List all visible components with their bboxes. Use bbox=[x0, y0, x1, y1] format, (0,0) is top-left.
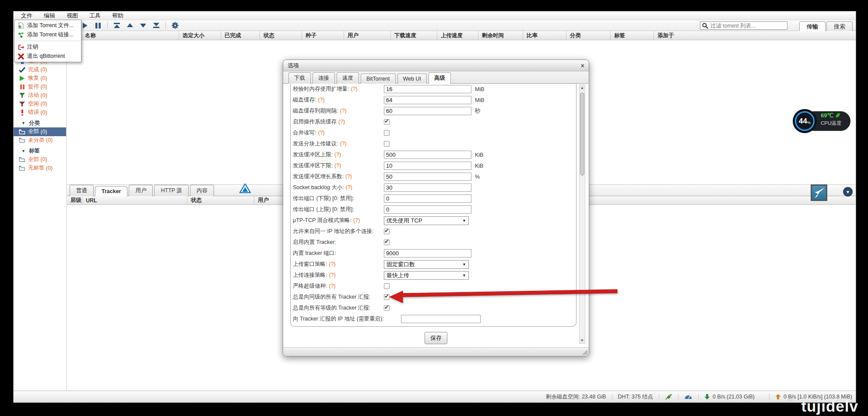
column-ratio[interactable]: 比率 bbox=[523, 31, 566, 40]
top-priority-icon[interactable] bbox=[110, 21, 123, 30]
column-size[interactable]: 选定大小 bbox=[179, 31, 221, 40]
announce-to-all-trackers-checkbox[interactable] bbox=[384, 294, 390, 300]
tag-untagged[interactable]: 无标签 (0) bbox=[14, 164, 66, 173]
swallow-extension-icon[interactable] bbox=[811, 184, 827, 201]
disk-cache-expiry-input[interactable] bbox=[384, 107, 471, 115]
decrease-priority-icon[interactable] bbox=[137, 21, 150, 30]
settings-gear-icon[interactable] bbox=[169, 21, 182, 30]
announce-to-all-tiers-checkbox[interactable] bbox=[384, 305, 390, 311]
menu-tools[interactable]: 工具 bbox=[84, 11, 106, 20]
close-icon[interactable]: × bbox=[581, 63, 584, 69]
upload-choking-algorithm-select[interactable]: 最快上传▼ bbox=[384, 271, 469, 280]
tab-transfers[interactable]: 传输 bbox=[799, 21, 826, 31]
help-link[interactable]: (?) bbox=[329, 272, 335, 278]
dialog-scrollbar[interactable]: ▲ ▼ bbox=[579, 85, 585, 344]
help-link[interactable]: (?) bbox=[338, 119, 345, 125]
menu-help[interactable]: 帮助 bbox=[106, 11, 129, 20]
options-tab-connection[interactable]: 连接 bbox=[313, 72, 335, 84]
help-link[interactable]: (?) bbox=[346, 184, 352, 190]
sidebar-item-resumed[interactable]: 恢复 (0) bbox=[14, 74, 66, 83]
category-all[interactable]: 全部 (0) bbox=[14, 127, 66, 136]
send-buffer-low-watermark-input[interactable] bbox=[384, 162, 471, 170]
tab-peers[interactable]: 用户 bbox=[129, 185, 153, 196]
tag-all[interactable]: 全部 (0) bbox=[14, 155, 66, 164]
tab-content[interactable]: 内容 bbox=[190, 185, 214, 196]
column-eta[interactable]: 剩余时间 bbox=[478, 31, 523, 40]
tags-header[interactable]: ▼ 标签 bbox=[14, 147, 66, 155]
options-tab-downloads[interactable]: 下载 bbox=[288, 72, 311, 84]
menu-item-logout[interactable]: 注销 bbox=[15, 42, 81, 52]
help-link[interactable]: (?) bbox=[353, 217, 360, 223]
speedometer-icon[interactable] bbox=[684, 394, 692, 399]
column-seeds[interactable]: 种子 bbox=[302, 31, 344, 40]
tab-general[interactable]: 普通 bbox=[70, 185, 94, 196]
collapse-panel-chevron-icon[interactable]: ▼ bbox=[843, 187, 853, 197]
plug-icon[interactable] bbox=[665, 394, 672, 400]
column-status[interactable]: 状态 bbox=[260, 31, 302, 40]
send-buffer-watermark-input[interactable] bbox=[384, 151, 471, 159]
options-tab-webui[interactable]: Web UI bbox=[397, 74, 427, 84]
sidebar-item-completed[interactable]: 完成 (0) bbox=[14, 66, 66, 74]
menu-edit[interactable]: 编辑 bbox=[38, 11, 61, 20]
tab-trackers[interactable]: Tracker bbox=[95, 186, 127, 196]
help-link[interactable]: (?) bbox=[340, 108, 346, 114]
help-link[interactable]: (?) bbox=[318, 97, 324, 103]
tracker-column-url[interactable]: URL bbox=[82, 196, 187, 204]
help-link[interactable]: (?) bbox=[329, 283, 335, 289]
send-buffer-factor-input[interactable] bbox=[384, 173, 471, 181]
bottom-priority-icon[interactable] bbox=[150, 21, 163, 30]
menu-item-exit[interactable]: 退出 qBittorrent bbox=[15, 52, 81, 61]
sidebar-item-paused[interactable]: 暂停 (0) bbox=[14, 83, 66, 92]
options-tab-speed[interactable]: 速度 bbox=[337, 72, 359, 84]
embedded-tracker-checkbox[interactable] bbox=[384, 240, 390, 245]
scrollbar-thumb[interactable] bbox=[580, 92, 584, 176]
piece-suggestions-checkbox[interactable] bbox=[384, 141, 390, 147]
sidebar-item-active[interactable]: 活动 (0) bbox=[14, 91, 66, 100]
sidebar-item-errored[interactable]: 错误 (0) bbox=[14, 108, 66, 117]
column-added-on[interactable]: 添加于 bbox=[654, 31, 856, 40]
tab-http-sources[interactable]: HTTP 源 bbox=[154, 185, 188, 196]
column-name[interactable]: 名称 bbox=[81, 31, 179, 40]
help-link[interactable]: (?) bbox=[340, 141, 346, 147]
outgoing-port-max-input[interactable] bbox=[384, 205, 471, 214]
utp-tcp-policy-select[interactable]: 优先使用 TCP▼ bbox=[384, 216, 469, 225]
column-down-speed[interactable]: 下载速度 bbox=[391, 31, 437, 40]
menu-item-add-torrent-file[interactable]: 添加 Torrent 文件... bbox=[15, 21, 81, 30]
sidebar-item-inactive[interactable]: 空闲 (0) bbox=[14, 100, 66, 109]
pause-icon[interactable] bbox=[91, 21, 105, 30]
save-button[interactable]: 保存 bbox=[425, 332, 447, 344]
column-tags[interactable]: 标签 bbox=[611, 31, 654, 40]
coalesce-rw-checkbox[interactable] bbox=[384, 130, 390, 136]
menu-file[interactable]: 文件 bbox=[15, 11, 38, 20]
embedded-tracker-port-input[interactable] bbox=[384, 249, 471, 257]
tab-search[interactable]: 搜索 bbox=[826, 21, 853, 31]
disk-cache-input[interactable] bbox=[384, 96, 471, 104]
tracker-column-status[interactable]: 状态 bbox=[187, 196, 254, 204]
help-link[interactable]: (?) bbox=[345, 173, 352, 180]
category-uncategorized[interactable]: 未分类 (0) bbox=[14, 136, 66, 145]
tracker-column-tier[interactable]: 层级 bbox=[67, 196, 82, 204]
column-up-speed[interactable]: 上传速度 bbox=[437, 31, 478, 40]
help-link[interactable]: (?) bbox=[334, 162, 341, 169]
column-done[interactable]: 已完成 bbox=[221, 31, 260, 40]
options-tab-advanced[interactable]: 高级 bbox=[429, 72, 451, 84]
options-tab-bittorrent[interactable]: BitTorrent bbox=[361, 74, 396, 84]
strict-super-seeding-checkbox[interactable] bbox=[384, 283, 390, 289]
filter-input[interactable] bbox=[710, 23, 785, 29]
scroll-up-icon[interactable]: ▲ bbox=[580, 85, 585, 91]
categories-header[interactable]: ▼ 分类 bbox=[14, 119, 66, 128]
announce-ip-input[interactable] bbox=[401, 315, 481, 323]
multi-connections-per-ip-checkbox[interactable] bbox=[384, 229, 390, 234]
socket-backlog-input[interactable] bbox=[384, 183, 471, 192]
increase-priority-icon[interactable] bbox=[123, 21, 137, 30]
column-peers[interactable]: 用户 bbox=[344, 31, 391, 40]
os-cache-checkbox[interactable] bbox=[384, 119, 390, 125]
menu-item-add-torrent-link[interactable]: 添加 Torrent 链接... bbox=[15, 30, 81, 39]
menu-view[interactable]: 视图 bbox=[61, 11, 84, 20]
resize-grip[interactable] bbox=[582, 349, 587, 355]
dialog-titlebar[interactable]: 选项 × bbox=[283, 60, 589, 71]
column-category[interactable]: 分类 bbox=[566, 31, 611, 40]
help-link[interactable]: (?) bbox=[334, 152, 341, 158]
upload-slots-behavior-select[interactable]: 固定窗口数▼ bbox=[384, 260, 469, 269]
help-link[interactable]: (?) bbox=[351, 86, 357, 92]
